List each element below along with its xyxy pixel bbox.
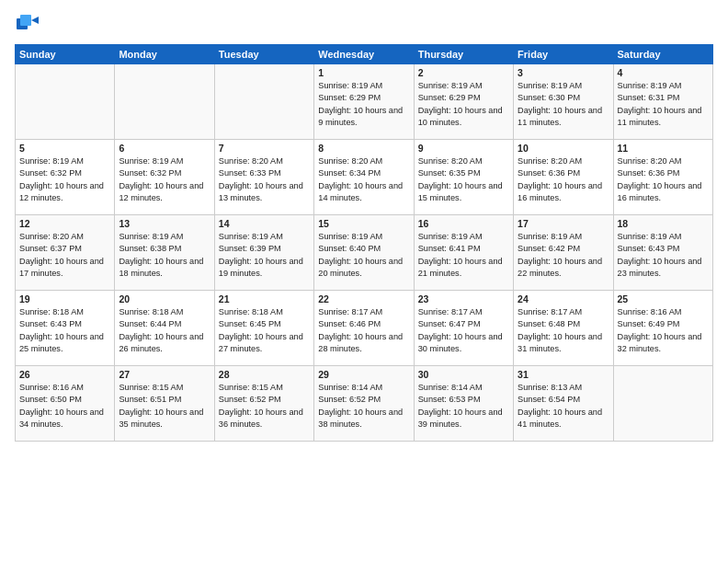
day-cell: 30Sunrise: 8:14 AM Sunset: 6:53 PM Dayli… — [414, 366, 513, 442]
day-number: 7 — [219, 143, 310, 154]
day-number: 18 — [618, 218, 709, 229]
day-cell: 27Sunrise: 8:15 AM Sunset: 6:51 PM Dayli… — [115, 366, 214, 442]
day-cell: 12Sunrise: 8:20 AM Sunset: 6:37 PM Dayli… — [16, 215, 115, 291]
day-number: 15 — [318, 218, 409, 229]
day-number: 1 — [318, 67, 409, 78]
day-number: 29 — [318, 369, 409, 380]
col-header-monday: Monday — [115, 45, 214, 64]
day-cell: 15Sunrise: 8:19 AM Sunset: 6:40 PM Dayli… — [314, 215, 414, 291]
day-cell: 2Sunrise: 8:19 AM Sunset: 6:29 PM Daylig… — [414, 64, 513, 140]
day-info: Sunrise: 8:19 AM Sunset: 6:32 PM Dayligh… — [119, 155, 210, 204]
day-cell: 14Sunrise: 8:19 AM Sunset: 6:39 PM Dayli… — [214, 215, 313, 291]
day-cell: 22Sunrise: 8:17 AM Sunset: 6:46 PM Dayli… — [314, 291, 414, 366]
day-cell: 5Sunrise: 8:19 AM Sunset: 6:32 PM Daylig… — [16, 140, 115, 215]
day-info: Sunrise: 8:18 AM Sunset: 6:44 PM Dayligh… — [119, 306, 210, 355]
day-info: Sunrise: 8:20 AM Sunset: 6:36 PM Dayligh… — [618, 155, 709, 204]
day-info: Sunrise: 8:20 AM Sunset: 6:34 PM Dayligh… — [318, 155, 409, 204]
day-number: 14 — [219, 218, 310, 229]
col-header-sunday: Sunday — [16, 45, 115, 64]
day-info: Sunrise: 8:18 AM Sunset: 6:43 PM Dayligh… — [19, 306, 110, 355]
day-number: 10 — [518, 143, 609, 154]
day-number: 9 — [418, 143, 509, 154]
day-cell: 24Sunrise: 8:17 AM Sunset: 6:48 PM Dayli… — [514, 291, 613, 366]
day-cell: 7Sunrise: 8:20 AM Sunset: 6:33 PM Daylig… — [214, 140, 313, 215]
day-cell — [613, 366, 712, 442]
day-cell: 11Sunrise: 8:20 AM Sunset: 6:36 PM Dayli… — [613, 140, 712, 215]
day-info: Sunrise: 8:20 AM Sunset: 6:35 PM Dayligh… — [418, 155, 509, 204]
day-cell: 9Sunrise: 8:20 AM Sunset: 6:35 PM Daylig… — [414, 140, 513, 215]
day-number: 17 — [518, 218, 609, 229]
day-number: 25 — [618, 293, 709, 304]
day-cell: 3Sunrise: 8:19 AM Sunset: 6:30 PM Daylig… — [514, 64, 613, 140]
svg-rect-2 — [20, 15, 31, 26]
day-cell: 20Sunrise: 8:18 AM Sunset: 6:44 PM Dayli… — [115, 291, 214, 366]
day-number: 3 — [518, 67, 609, 78]
day-cell — [115, 64, 214, 140]
day-number: 22 — [318, 293, 409, 304]
day-cell: 4Sunrise: 8:19 AM Sunset: 6:31 PM Daylig… — [613, 64, 712, 140]
day-number: 11 — [618, 143, 709, 154]
day-info: Sunrise: 8:19 AM Sunset: 6:38 PM Dayligh… — [119, 231, 210, 280]
day-cell: 28Sunrise: 8:15 AM Sunset: 6:52 PM Dayli… — [214, 366, 313, 442]
day-number: 5 — [19, 143, 110, 154]
day-info: Sunrise: 8:17 AM Sunset: 6:48 PM Dayligh… — [518, 306, 609, 355]
week-row-2: 5Sunrise: 8:19 AM Sunset: 6:32 PM Daylig… — [16, 140, 713, 215]
day-info: Sunrise: 8:19 AM Sunset: 6:32 PM Dayligh… — [19, 155, 110, 204]
header-row: SundayMondayTuesdayWednesdayThursdayFrid… — [16, 45, 713, 64]
day-cell: 13Sunrise: 8:19 AM Sunset: 6:38 PM Dayli… — [115, 215, 214, 291]
day-info: Sunrise: 8:17 AM Sunset: 6:46 PM Dayligh… — [318, 306, 409, 355]
day-number: 24 — [518, 293, 609, 304]
col-header-thursday: Thursday — [414, 45, 513, 64]
day-info: Sunrise: 8:19 AM Sunset: 6:29 PM Dayligh… — [418, 80, 509, 129]
day-cell: 8Sunrise: 8:20 AM Sunset: 6:34 PM Daylig… — [314, 140, 414, 215]
day-info: Sunrise: 8:20 AM Sunset: 6:37 PM Dayligh… — [19, 231, 110, 280]
day-cell — [16, 64, 115, 140]
day-info: Sunrise: 8:20 AM Sunset: 6:36 PM Dayligh… — [518, 155, 609, 204]
day-number: 12 — [19, 218, 110, 229]
day-number: 8 — [318, 143, 409, 154]
day-cell — [214, 64, 313, 140]
day-number: 16 — [418, 218, 509, 229]
day-number: 20 — [119, 293, 210, 304]
logo — [15, 11, 44, 37]
day-info: Sunrise: 8:14 AM Sunset: 6:52 PM Dayligh… — [318, 382, 409, 431]
logo-icon — [15, 11, 40, 37]
header — [15, 11, 713, 37]
col-header-saturday: Saturday — [613, 45, 712, 64]
day-cell: 19Sunrise: 8:18 AM Sunset: 6:43 PM Dayli… — [16, 291, 115, 366]
day-info: Sunrise: 8:17 AM Sunset: 6:47 PM Dayligh… — [418, 306, 509, 355]
day-cell: 26Sunrise: 8:16 AM Sunset: 6:50 PM Dayli… — [16, 366, 115, 442]
calendar-page: SundayMondayTuesdayWednesdayThursdayFrid… — [0, 0, 728, 563]
day-number: 2 — [418, 67, 509, 78]
day-cell: 17Sunrise: 8:19 AM Sunset: 6:42 PM Dayli… — [514, 215, 613, 291]
day-info: Sunrise: 8:19 AM Sunset: 6:29 PM Dayligh… — [318, 80, 409, 129]
col-header-friday: Friday — [514, 45, 613, 64]
day-cell: 25Sunrise: 8:16 AM Sunset: 6:49 PM Dayli… — [613, 291, 712, 366]
day-number: 31 — [518, 369, 609, 380]
day-cell: 23Sunrise: 8:17 AM Sunset: 6:47 PM Dayli… — [414, 291, 513, 366]
day-info: Sunrise: 8:19 AM Sunset: 6:40 PM Dayligh… — [318, 231, 409, 280]
day-number: 28 — [219, 369, 310, 380]
week-row-5: 26Sunrise: 8:16 AM Sunset: 6:50 PM Dayli… — [16, 366, 713, 442]
day-number: 23 — [418, 293, 509, 304]
day-cell: 1Sunrise: 8:19 AM Sunset: 6:29 PM Daylig… — [314, 64, 414, 140]
week-row-1: 1Sunrise: 8:19 AM Sunset: 6:29 PM Daylig… — [16, 64, 713, 140]
day-cell: 29Sunrise: 8:14 AM Sunset: 6:52 PM Dayli… — [314, 366, 414, 442]
day-cell: 21Sunrise: 8:18 AM Sunset: 6:45 PM Dayli… — [214, 291, 313, 366]
day-info: Sunrise: 8:15 AM Sunset: 6:51 PM Dayligh… — [119, 382, 210, 431]
day-info: Sunrise: 8:20 AM Sunset: 6:33 PM Dayligh… — [219, 155, 310, 204]
day-number: 27 — [119, 369, 210, 380]
day-number: 4 — [618, 67, 709, 78]
day-info: Sunrise: 8:14 AM Sunset: 6:53 PM Dayligh… — [418, 382, 509, 431]
day-cell: 10Sunrise: 8:20 AM Sunset: 6:36 PM Dayli… — [514, 140, 613, 215]
day-info: Sunrise: 8:19 AM Sunset: 6:31 PM Dayligh… — [618, 80, 709, 129]
day-info: Sunrise: 8:19 AM Sunset: 6:39 PM Dayligh… — [219, 231, 310, 280]
day-info: Sunrise: 8:13 AM Sunset: 6:54 PM Dayligh… — [518, 382, 609, 431]
day-info: Sunrise: 8:19 AM Sunset: 6:30 PM Dayligh… — [518, 80, 609, 129]
day-cell: 16Sunrise: 8:19 AM Sunset: 6:41 PM Dayli… — [414, 215, 513, 291]
week-row-3: 12Sunrise: 8:20 AM Sunset: 6:37 PM Dayli… — [16, 215, 713, 291]
day-info: Sunrise: 8:15 AM Sunset: 6:52 PM Dayligh… — [219, 382, 310, 431]
day-number: 19 — [19, 293, 110, 304]
day-number: 30 — [418, 369, 509, 380]
day-cell: 6Sunrise: 8:19 AM Sunset: 6:32 PM Daylig… — [115, 140, 214, 215]
